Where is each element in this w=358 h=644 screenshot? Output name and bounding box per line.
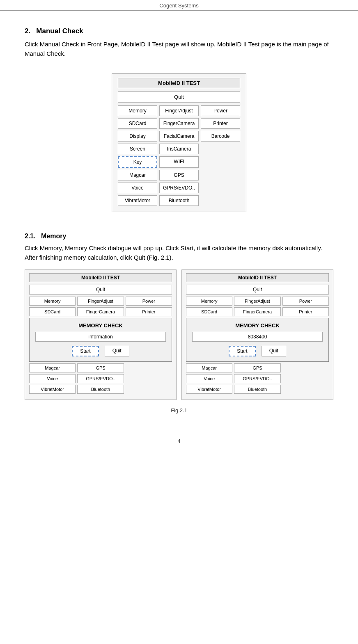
left-btn-sdcard[interactable]: SDCard: [29, 307, 76, 316]
btn-power[interactable]: Power: [201, 105, 240, 116]
fig-row: MobileID II TEST Quit Memory FingerAdjus…: [25, 269, 333, 400]
btn-key[interactable]: Key: [118, 156, 157, 168]
left-dialog-buttons: Start Quit: [35, 346, 166, 356]
btn-empty-3: [201, 170, 240, 180]
section-2-heading: Manual Check: [36, 27, 83, 35]
right-dialog-buttons: Start Quit: [192, 346, 323, 356]
left-btn-gps[interactable]: GPS: [77, 363, 124, 372]
right-btn-empty1: [282, 363, 329, 372]
mobileid-panel-main: MobileID II TEST Quit Memory FingerAdjus…: [112, 73, 246, 212]
btn-empty-1: [201, 144, 240, 154]
left-btn-bluetooth[interactable]: Bluetooth: [77, 385, 124, 394]
left-panel-title: MobileID II TEST: [29, 273, 172, 282]
left-quit-button[interactable]: Quit: [29, 285, 172, 295]
btn-screen[interactable]: Screen: [118, 144, 157, 154]
right-top-buttons: Memory FingerAdjust Power SDCard FingerC…: [186, 297, 329, 316]
left-memory-dialog: MEMORY CHECK information Start Quit: [29, 318, 172, 362]
right-dialog-title: MEMORY CHECK: [192, 322, 323, 329]
btn-sdcard[interactable]: SDCard: [118, 118, 157, 129]
right-quit-button[interactable]: Quit: [186, 285, 329, 295]
left-top-buttons: Memory FingerAdjust Power SDCard FingerC…: [29, 297, 172, 316]
right-btn-empty3: [282, 385, 329, 394]
fig-caption: Fig.2.1: [171, 407, 187, 413]
fig-panel-right: MobileID II TEST Quit Memory FingerAdjus…: [181, 269, 333, 400]
btn-bluetooth-main[interactable]: Bluetooth: [159, 195, 199, 206]
right-btn-memory[interactable]: Memory: [186, 297, 232, 306]
left-btn-fingeradjust[interactable]: FingerAdjust: [77, 297, 124, 306]
section-21-label: 2.1.: [25, 233, 36, 240]
button-grid-main: Memory FingerAdjust Power SDCard FingerC…: [118, 105, 240, 206]
right-btn-sdcard[interactable]: SDCard: [186, 307, 232, 316]
left-quit-dialog-button[interactable]: Quit: [105, 346, 129, 356]
section-2: 2. Manual Check Click Manual Check in Fr…: [25, 27, 333, 219]
btn-iriscamera[interactable]: IrisCamera: [159, 144, 199, 154]
right-memory-dialog: MEMORY CHECK 8038400 Start Quit: [186, 318, 329, 362]
btn-empty-2: [201, 156, 240, 168]
right-start-button[interactable]: Start: [229, 346, 255, 356]
right-info-field: 8038400: [192, 332, 323, 342]
left-btn-empty3: [126, 385, 172, 394]
btn-wifi[interactable]: WIFI: [159, 156, 199, 168]
left-info-field: information: [35, 332, 166, 342]
left-start-button[interactable]: Start: [72, 346, 99, 356]
left-btn-vibratmotor[interactable]: VibratMotor: [29, 385, 76, 394]
right-btn-vibratmotor[interactable]: VibratMotor: [186, 385, 232, 394]
left-btn-power[interactable]: Power: [126, 297, 172, 306]
left-btn-memory[interactable]: Memory: [29, 297, 76, 306]
btn-voice[interactable]: Voice: [118, 183, 157, 193]
left-btn-printer[interactable]: Printer: [126, 307, 172, 316]
btn-display[interactable]: Display: [118, 131, 157, 142]
section-21-heading: Memory: [41, 233, 66, 240]
left-btn-empty1: [126, 363, 172, 372]
section-2-body: Click Manual Check in Front Page, Mobile…: [25, 39, 333, 59]
right-btn-empty2: [282, 374, 329, 383]
right-btn-bluetooth[interactable]: Bluetooth: [234, 385, 280, 394]
right-panel-title: MobileID II TEST: [186, 273, 329, 282]
section-21-title: 2.1. Memory: [25, 233, 333, 240]
btn-printer[interactable]: Printer: [201, 118, 240, 129]
btn-barcode[interactable]: Barcode: [201, 131, 240, 142]
section-21-body: Click Memory, Memory Check dialogue will…: [25, 243, 333, 263]
panel-title-main: MobileID II TEST: [118, 78, 240, 88]
btn-memory[interactable]: Memory: [118, 105, 157, 116]
btn-vibratmotor[interactable]: VibratMotor: [118, 195, 157, 206]
btn-gprs[interactable]: GPRS/EVDO..: [159, 183, 199, 193]
header-title: Cogent Systems: [159, 2, 198, 9]
left-dialog-title: MEMORY CHECK: [35, 322, 166, 329]
fig-panel-left: MobileID II TEST Quit Memory FingerAdjus…: [25, 269, 177, 400]
left-btn-empty2: [126, 374, 172, 383]
right-btn-fingeradjust[interactable]: FingerAdjust: [234, 297, 280, 306]
btn-fingercamera[interactable]: FingerCamera: [159, 118, 199, 129]
left-btn-voice[interactable]: Voice: [29, 374, 76, 383]
right-btn-magcar[interactable]: Magcar: [186, 363, 232, 372]
quit-button-main[interactable]: Quit: [118, 91, 240, 103]
page-header: Cogent Systems: [0, 0, 358, 11]
right-btn-printer[interactable]: Printer: [282, 307, 329, 316]
left-btn-gprs[interactable]: GPRS/EVDO..: [77, 374, 124, 383]
left-btn-fingercamera[interactable]: FingerCamera: [77, 307, 124, 316]
section-2-title: 2. Manual Check: [25, 27, 333, 35]
left-bottom-buttons: Magcar GPS Voice GPRS/EVDO.. VibratMotor…: [29, 363, 172, 394]
right-btn-voice[interactable]: Voice: [186, 374, 232, 383]
btn-empty-4: [201, 183, 240, 193]
btn-fingeradjust[interactable]: FingerAdjust: [159, 105, 199, 116]
right-quit-dialog-button[interactable]: Quit: [262, 346, 286, 356]
btn-empty-5: [201, 195, 240, 206]
btn-gps[interactable]: GPS: [159, 170, 199, 180]
right-btn-gps[interactable]: GPS: [234, 363, 280, 372]
page-number: 4: [25, 438, 333, 444]
left-btn-magcar[interactable]: Magcar: [29, 363, 76, 372]
btn-facialcamera[interactable]: FacialCamera: [159, 131, 199, 142]
right-btn-gprs[interactable]: GPRS/EVDO..: [234, 374, 280, 383]
right-bottom-buttons: Magcar GPS Voice GPRS/EVDO.. VibratMotor…: [186, 363, 329, 394]
section-2-label: 2.: [25, 27, 30, 35]
right-btn-power[interactable]: Power: [282, 297, 329, 306]
btn-magcar[interactable]: Magcar: [118, 170, 157, 180]
right-btn-fingercamera[interactable]: FingerCamera: [234, 307, 280, 316]
section-2-1: 2.1. Memory Click Memory, Memory Check d…: [25, 233, 333, 414]
